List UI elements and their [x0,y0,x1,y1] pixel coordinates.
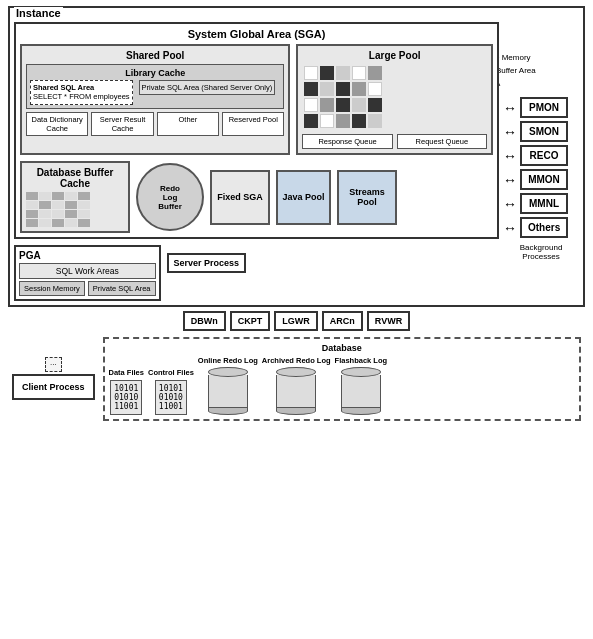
top-area: System Global Area (SGA) Shared Pool Lib… [14,12,579,301]
ckpt-process: CKPT [230,311,271,331]
others-process: Others [520,217,568,238]
session-memory: Session Memory [19,281,85,296]
buf-cell [39,192,51,200]
arrow-reco: ↔ [503,148,517,164]
online-redo-label: Online Redo Log [198,356,258,365]
grid-cell [304,114,318,128]
db-processes-row: DBWn CKPT LGWR ARCn RVWR [6,311,587,331]
bg-proc-row-pmon: ↔ PMON [503,97,579,118]
shared-pool-box: Shared Pool Library Cache Shared SQL Are… [20,44,290,155]
data-files-item: Data Files 10101 01010 11001 [109,368,144,415]
bg-label: Background Processes [503,243,579,261]
flashback-label: Flashback Log [335,356,388,365]
grid-cell [352,66,366,80]
online-redo-log: Online Redo Log [198,356,258,415]
mmnl-process: MMNL [520,193,568,214]
buf-cell [52,210,64,218]
buffer-grid [26,192,124,227]
flashback-log: Flashback Log [335,356,388,415]
private-sql-area-box: Private SQL Area (Shared Server Only) [139,80,276,95]
bg-proc-row-mmnl: ↔ MMNL [503,193,579,214]
arrow-mmnl: ↔ [503,196,517,212]
cyl-body [341,375,381,407]
diagram-container: Instance System Global Area (SGA) Shared… [0,0,593,425]
data-files-label: Data Files [109,368,144,377]
grid-cell [304,82,318,96]
request-queue: Request Queue [397,134,487,149]
grid-cell [368,82,382,96]
private-sql-area: Private SQL Area [88,281,156,296]
server-process-box: Server Process [167,253,247,273]
cyl-bottom [276,407,316,415]
grid-cell [336,98,350,112]
fixed-sga: Fixed SGA [210,170,270,225]
client-side: ··· Client Process [12,357,95,400]
db-buffer-cache-label: Database Buffer Cache [26,167,124,189]
large-pool-bottom: Response Queue Request Queue [302,134,487,149]
fixed-sga-label: Fixed SGA [217,192,263,202]
buf-cell [65,192,77,200]
private-sql-label: Private SQL Area (Shared Server Only) [142,83,273,92]
large-pool-label: Large Pool [302,50,487,61]
sql-work-areas: SQL Work Areas [19,263,156,279]
redo-log-label: RedoLogBuffer [158,184,182,211]
bg-proc-row-reco: ↔ RECO [503,145,579,166]
arrow-smon: ↔ [503,124,517,140]
buf-cell [26,210,38,218]
shared-pool-bottom: Data Dictionary Cache Server Result Cach… [26,112,284,136]
server-process-label: Server Process [174,258,240,268]
instance-label: Instance [14,7,63,19]
java-pool-label: Java Pool [282,192,324,202]
buf-cell [26,219,38,227]
control-files-item: Control Files 10101 01010 11001 [148,368,194,415]
buf-cell [39,219,51,227]
dbwn-process: DBWn [183,311,226,331]
pga-label: PGA [19,250,156,261]
instance-sga: System Global Area (SGA) Shared Pool Lib… [14,12,499,301]
shared-sql-text: SELECT * FROM employees [33,92,130,102]
grid-cell [368,98,382,112]
cyl-top [208,367,248,377]
buf-cell [26,201,38,209]
bottom-section: ··· Client Process Database Data Files 1… [6,337,587,421]
buf-cell [78,210,90,218]
buf-cell [78,201,90,209]
cyl-top [276,367,316,377]
lgwr-process: LGWR [274,311,318,331]
streams-pool: Streams Pool [337,170,397,225]
grid-cell [336,82,350,96]
archived-redo-log: Archived Redo Log [262,356,331,415]
cyl-body [276,375,316,407]
pga-server-area: PGA SQL Work Areas Session Memory Privat… [14,245,499,301]
buf-cell [52,192,64,200]
data-files-binary: 10101 01010 11001 [110,380,142,415]
grid-cell [320,114,334,128]
grid-cell [368,66,382,80]
buf-cell [52,201,64,209]
buf-cell [78,192,90,200]
large-pool-grid [302,64,487,130]
grid-cell [368,114,382,128]
redo-log-buffer: RedoLogBuffer [136,163,204,231]
smon-process: SMON [520,121,568,142]
grid-cell [320,82,334,96]
rvwr-process: RVWR [367,311,410,331]
grid-cell [304,98,318,112]
pga-box: PGA SQL Work Areas Session Memory Privat… [14,245,161,301]
database-area: Database Data Files 10101 01010 11001 Co… [103,337,581,421]
arcn-process: ARCn [322,311,363,331]
db-buffer-cache: Database Buffer Cache [20,161,130,233]
bg-proc-row-others: ↔ Others [503,217,579,238]
streams-pool-label: Streams Pool [343,187,391,207]
grid-cell [320,98,334,112]
grid-cell [336,66,350,80]
instance-box: Instance System Global Area (SGA) Shared… [8,6,585,307]
cyl-bottom [208,407,248,415]
bg-proc-row-mmon: ↔ MMON [503,169,579,190]
buf-cell [65,210,77,218]
cyl-body [208,375,248,407]
response-queue: Response Queue [302,134,392,149]
library-cache-box: Library Cache Shared SQL Area SELECT * F… [26,64,284,109]
mmon-process: MMON [520,169,568,190]
pga-bottom: Session Memory Private SQL Area [19,281,156,296]
